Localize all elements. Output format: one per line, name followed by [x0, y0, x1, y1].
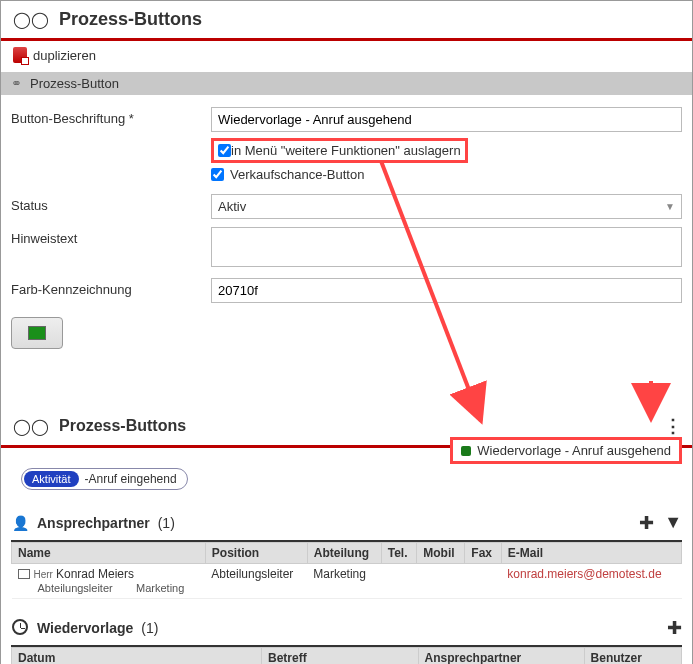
clock-icon	[11, 619, 29, 638]
duplicate-label: duplizieren	[33, 48, 96, 63]
person-icon: 👤	[11, 515, 29, 531]
status-label: Status	[11, 194, 211, 213]
followup-title: Wiedervorlage	[37, 620, 133, 636]
status-select[interactable]: Aktiv ▼	[211, 194, 682, 219]
duplicate-button[interactable]: duplizieren	[13, 47, 96, 63]
pill-text: Anruf eingehend	[89, 472, 177, 486]
add-button[interactable]: ✚	[667, 617, 682, 639]
contacts-count: (1)	[158, 515, 175, 531]
col-email[interactable]: E-Mail	[501, 543, 681, 564]
followup-table: Datum Betreff Ansprechpartner Benutzer D…	[11, 647, 682, 664]
hint-label: Hinweistext	[11, 227, 211, 246]
activity-pill[interactable]: Aktivität - Anruf eingehend	[21, 468, 188, 490]
pill-prefix: Aktivität	[24, 471, 79, 487]
col-mobile[interactable]: Mobil	[417, 543, 465, 564]
contacts-title: Ansprechpartner	[37, 515, 150, 531]
duplicate-icon	[13, 47, 27, 63]
filter-button[interactable]: ▼	[664, 512, 682, 534]
color-label: Farb-Kennzeichnung	[11, 278, 211, 297]
col-position[interactable]: Position	[205, 543, 307, 564]
card-icon	[18, 569, 30, 579]
menu-checkbox-label: in Menü "weitere Funktionen" auslagern	[231, 143, 461, 158]
col-fax[interactable]: Fax	[465, 543, 502, 564]
col-name[interactable]: Name	[12, 543, 206, 564]
toolbar: duplizieren	[1, 41, 692, 72]
col-tel[interactable]: Tel.	[381, 543, 417, 564]
table-row[interactable]: HerrKonrad Meiers Abteilungsleiter Marke…	[12, 564, 682, 599]
section2-title: Prozess-Buttons	[59, 417, 664, 435]
followup-count: (1)	[141, 620, 158, 636]
link-icon: ⚭	[11, 76, 22, 91]
page-title: Prozess-Buttons	[59, 9, 202, 30]
vc-checkbox-label: Verkaufschance-Button	[230, 167, 364, 182]
contacts-table: Name Position Abteilung Tel. Mobil Fax E…	[11, 542, 682, 599]
status-value: Aktiv	[218, 199, 246, 214]
caption-label: Button-Beschriftung *	[11, 107, 211, 126]
col-user[interactable]: Benutzer	[584, 648, 681, 665]
dropdown-item-label: Wiedervorlage - Anruf ausgehend	[477, 443, 671, 458]
chevron-down-icon: ▼	[665, 201, 675, 212]
section-header: ⚭ Prozess-Button	[1, 72, 692, 95]
more-menu-button[interactable]: ⋮	[664, 415, 680, 437]
color-swatch-icon	[28, 326, 46, 340]
form: Button-Beschriftung * in Menü "weitere F…	[1, 95, 692, 367]
page-header: ◯◯ Prozess-Buttons	[1, 1, 692, 41]
highlight-checkbox-menu: in Menü "weitere Funktionen" auslagern	[211, 138, 468, 163]
col-subject[interactable]: Betreff	[262, 648, 419, 665]
hint-textarea[interactable]	[211, 227, 682, 267]
caption-input[interactable]	[211, 107, 682, 132]
col-dept[interactable]: Abteilung	[307, 543, 381, 564]
add-button[interactable]: ✚	[639, 512, 654, 534]
col-contact[interactable]: Ansprechpartner	[418, 648, 584, 665]
followup-section: Wiedervorlage (1) ✚ Datum Betreff Anspre…	[1, 605, 692, 664]
color-picker-button[interactable]	[11, 317, 63, 349]
color-input[interactable]	[211, 278, 682, 303]
section-title: Prozess-Button	[30, 76, 119, 91]
contacts-section: 👤 Ansprechpartner (1) ✚ ▼ Name Position …	[1, 500, 692, 605]
menu-checkbox[interactable]	[218, 144, 231, 157]
vc-checkbox[interactable]	[211, 168, 224, 181]
voicemail-icon: ◯◯	[13, 417, 49, 436]
dropdown-menu-item[interactable]: Wiedervorlage - Anruf ausgehend	[450, 437, 682, 464]
section2-header: ◯◯ Prozess-Buttons ⋮ Wiedervorlage - Anr…	[1, 407, 692, 448]
color-square-icon	[461, 446, 471, 456]
voicemail-icon: ◯◯	[13, 10, 49, 29]
col-date[interactable]: Datum	[12, 648, 262, 665]
